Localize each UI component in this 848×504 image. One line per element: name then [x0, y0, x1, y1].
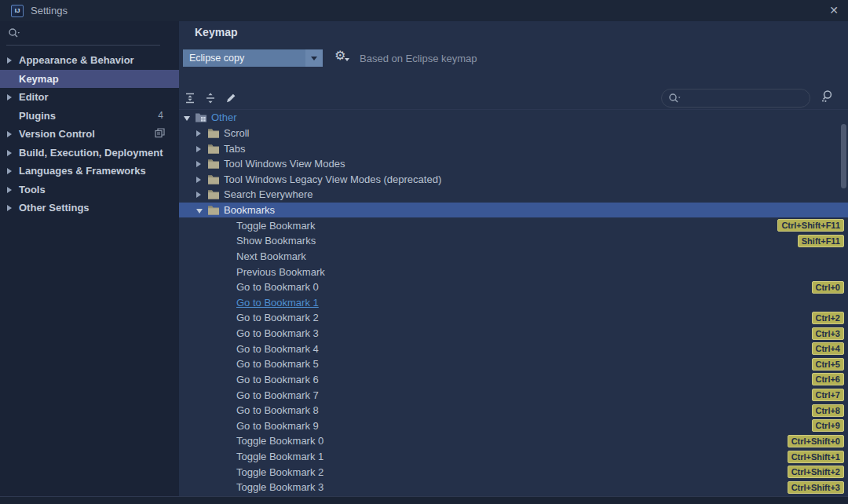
settings-sidebar: Appearance & BehaviorKeymapEditorPlugins…: [0, 21, 179, 496]
chevron-down-icon[interactable]: [196, 204, 204, 216]
keymap-scheme-select[interactable]: Eclipse copy: [183, 49, 323, 67]
sidebar-nav-list: Appearance & BehaviorKeymapEditorPlugins…: [0, 51, 179, 217]
tree-action-toggle-bookmark-3[interactable]: Toggle Bookmark 3Ctrl+Shift+3: [179, 480, 848, 495]
action-label: Next Bookmark: [236, 250, 306, 262]
folder-icon: [207, 205, 220, 215]
tree-category-scroll[interactable]: Scroll: [179, 126, 848, 141]
chevron-right-icon[interactable]: [7, 165, 15, 177]
chevron-right-icon[interactable]: [7, 202, 15, 214]
action-search-input[interactable]: [661, 89, 810, 108]
shortcut-badge: Ctrl+8: [812, 404, 845, 417]
tree-action-go-to-bookmark-3[interactable]: Go to Bookmark 3Ctrl+3: [179, 326, 848, 341]
window-title: Settings: [31, 5, 68, 16]
expand-all-icon[interactable]: [181, 89, 199, 107]
keymap-panel: Keymap Eclipse copy ⚙ Based on Eclipse k…: [179, 21, 848, 496]
page-title: Keymap: [195, 26, 237, 38]
tree-action-go-to-bookmark-8[interactable]: Go to Bookmark 8Ctrl+8: [179, 403, 848, 418]
tree-action-previous-bookmark[interactable]: Previous Bookmark: [179, 264, 848, 279]
tree-category-other[interactable]: Other: [179, 110, 848, 126]
action-label: Go to Bookmark 9: [236, 420, 319, 432]
tree-action-toggle-bookmark[interactable]: Toggle BookmarkCtrl+Shift+F11: [179, 217, 848, 233]
tree-category-search-everywhere[interactable]: Search Everywhere: [179, 187, 848, 203]
tree-category-tool-windows-view-modes[interactable]: Tool Windows View Modes: [179, 156, 848, 172]
sidebar-item-other-settings[interactable]: Other Settings: [0, 199, 179, 217]
sidebar-item-label: Other Settings: [19, 202, 90, 214]
search-icon: [8, 27, 20, 38]
sidebar-item-version-control[interactable]: Version Control: [0, 125, 179, 144]
action-label: Toggle Bookmark 2: [236, 466, 323, 478]
tree-action-go-to-bookmark-5[interactable]: Go to Bookmark 5Ctrl+5: [179, 356, 848, 372]
tree-action-go-to-bookmark-4[interactable]: Go to Bookmark 4Ctrl+4: [179, 341, 848, 356]
tree-action-toggle-bookmark-0[interactable]: Toggle Bookmark 0Ctrl+Shift+0: [179, 433, 848, 449]
tree-action-show-bookmarks[interactable]: Show BookmarksShift+F11: [179, 233, 848, 249]
action-label: Previous Bookmark: [236, 266, 325, 278]
chevron-right-icon[interactable]: [196, 143, 204, 155]
tree-category-tabs[interactable]: Tabs: [179, 141, 848, 156]
chevron-right-icon[interactable]: [7, 91, 15, 103]
sidebar-item-plugins[interactable]: Plugins4: [0, 107, 179, 126]
close-icon[interactable]: ✕: [826, 2, 842, 18]
action-label: Toggle Bookmark 1: [236, 451, 323, 462]
tree-action-go-to-bookmark-7[interactable]: Go to Bookmark 7Ctrl+7: [179, 387, 848, 403]
chevron-right-icon[interactable]: [7, 147, 15, 159]
category-label: Scroll: [224, 127, 250, 139]
shortcut-badge: Ctrl+Shift+3: [788, 481, 844, 494]
gear-icon[interactable]: ⚙: [334, 48, 345, 63]
tree-category-bookmarks[interactable]: Bookmarks: [179, 203, 848, 218]
action-label: Go to Bookmark 3: [236, 327, 319, 339]
category-label: Tool Windows View Modes: [224, 158, 345, 170]
chevron-right-icon[interactable]: [7, 54, 15, 66]
sidebar-item-label: Build, Execution, Deployment: [19, 147, 163, 159]
chevron-right-icon[interactable]: [196, 127, 204, 139]
vertical-scrollbar[interactable]: [841, 124, 846, 188]
tree-toolbar: [179, 86, 848, 110]
sidebar-item-label: Editor: [19, 91, 49, 103]
settings-dialog: IJ Settings ✕ Appearance & BehaviorKeyma…: [0, 0, 848, 504]
tree-action-next-bookmark[interactable]: Next Bookmark: [179, 249, 848, 265]
combo-dropdown-arrow[interactable]: [305, 49, 323, 67]
tree-action-go-to-bookmark-1[interactable]: Go to Bookmark 1: [179, 295, 848, 311]
action-label: Go to Bookmark 6: [236, 374, 319, 385]
chevron-down-icon[interactable]: [184, 111, 192, 123]
sidebar-item-editor[interactable]: Editor: [0, 88, 179, 107]
shortcut-badge: Ctrl+7: [812, 389, 845, 401]
category-label: Tool Windows Legacy View Modes (deprecat…: [224, 173, 441, 185]
tree-action-go-to-bookmark-0[interactable]: Go to Bookmark 0Ctrl+0: [179, 279, 848, 295]
action-label: Go to Bookmark 8: [236, 404, 319, 416]
collapse-all-icon[interactable]: [201, 89, 220, 107]
shortcut-badge: Ctrl+Shift+2: [788, 466, 844, 478]
sidebar-item-label: Version Control: [19, 128, 95, 140]
sidebar-item-tools[interactable]: Tools: [0, 181, 179, 199]
sidebar-item-languages-frameworks[interactable]: Languages & Frameworks: [0, 162, 179, 181]
tree-action-go-to-bookmark-6[interactable]: Go to Bookmark 6Ctrl+6: [179, 372, 848, 388]
sidebar-search-input[interactable]: [0, 21, 179, 46]
tree-category-tool-windows-legacy-view-modes-deprecated[interactable]: Tool Windows Legacy View Modes (deprecat…: [179, 172, 848, 188]
folder-icon: [207, 159, 220, 169]
shortcut-badge: Ctrl+5: [812, 358, 845, 371]
sidebar-item-appearance-behavior[interactable]: Appearance & Behavior: [0, 51, 179, 70]
chevron-right-icon[interactable]: [196, 188, 204, 200]
chevron-right-icon[interactable]: [7, 128, 15, 140]
based-on-label: Based on Eclipse keymap: [360, 53, 477, 64]
sidebar-item-label: Plugins: [19, 110, 56, 122]
tree-action-toggle-bookmark-1[interactable]: Toggle Bookmark 1Ctrl+Shift+1: [179, 449, 848, 465]
bottom-button-strip: [0, 496, 848, 504]
chevron-right-icon[interactable]: [7, 184, 15, 195]
folder-icon: [207, 189, 220, 199]
sidebar-item-keymap[interactable]: Keymap: [0, 70, 179, 89]
tree-action-toggle-bookmark-2[interactable]: Toggle Bookmark 2Ctrl+Shift+2: [179, 464, 848, 480]
chevron-right-icon[interactable]: [196, 173, 204, 185]
shortcut-badge: Shift+F11: [798, 235, 844, 247]
tree-action-go-to-bookmark-2[interactable]: Go to Bookmark 2Ctrl+2: [179, 310, 848, 326]
action-label: Toggle Bookmark 0: [236, 435, 323, 447]
action-label: Toggle Bookmark: [236, 220, 315, 232]
sidebar-item-build-execution-deployment[interactable]: Build, Execution, Deployment: [0, 144, 179, 163]
edit-pencil-icon[interactable]: [221, 89, 240, 107]
folder-icon: [207, 174, 220, 184]
tree-action-go-to-bookmark-9[interactable]: Go to Bookmark 9Ctrl+9: [179, 418, 848, 434]
action-label: Go to Bookmark 2: [236, 312, 319, 323]
category-other-icon: [195, 112, 207, 122]
action-label: Go to Bookmark 4: [236, 343, 319, 355]
find-by-shortcut-icon[interactable]: [820, 89, 834, 103]
chevron-right-icon[interactable]: [196, 158, 204, 170]
